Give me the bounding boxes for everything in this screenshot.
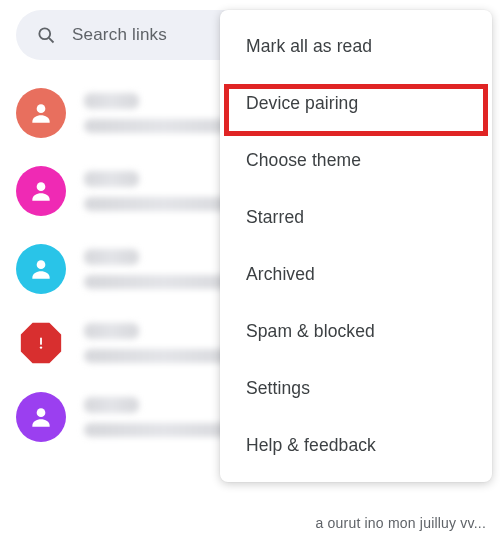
conversation-title-redacted	[84, 323, 139, 339]
avatar	[16, 88, 66, 138]
person-icon	[28, 100, 54, 126]
conversation-title-redacted	[84, 93, 139, 109]
overflow-menu: Mark all as read Device pairing Choose t…	[220, 10, 492, 482]
person-icon	[28, 256, 54, 282]
search-icon	[36, 25, 56, 45]
menu-item-starred[interactable]: Starred	[220, 189, 492, 246]
partial-snippet-text: a ourut ino mon juilluy vv...	[315, 515, 486, 531]
avatar-warning	[20, 322, 62, 364]
menu-item-archived[interactable]: Archived	[220, 246, 492, 303]
svg-rect-5	[40, 338, 42, 345]
conversation-title-redacted	[84, 171, 139, 187]
avatar	[16, 244, 66, 294]
avatar	[16, 166, 66, 216]
person-icon	[28, 178, 54, 204]
svg-line-1	[49, 38, 54, 43]
person-icon	[28, 404, 54, 430]
conversation-title-redacted	[84, 249, 139, 265]
menu-item-mark-all-read[interactable]: Mark all as read	[220, 18, 492, 75]
menu-item-help-feedback[interactable]: Help & feedback	[220, 417, 492, 474]
svg-point-0	[39, 28, 50, 39]
conversation-title-redacted	[84, 397, 139, 413]
svg-point-3	[37, 182, 46, 191]
avatar	[16, 392, 66, 442]
menu-item-choose-theme[interactable]: Choose theme	[220, 132, 492, 189]
menu-item-settings[interactable]: Settings	[220, 360, 492, 417]
svg-point-4	[37, 260, 46, 269]
search-placeholder: Search links	[72, 25, 167, 45]
warning-icon	[30, 332, 52, 354]
svg-point-2	[37, 104, 46, 113]
svg-point-6	[40, 346, 42, 348]
menu-item-spam-blocked[interactable]: Spam & blocked	[220, 303, 492, 360]
svg-point-7	[37, 408, 46, 417]
menu-item-device-pairing[interactable]: Device pairing	[220, 75, 492, 132]
